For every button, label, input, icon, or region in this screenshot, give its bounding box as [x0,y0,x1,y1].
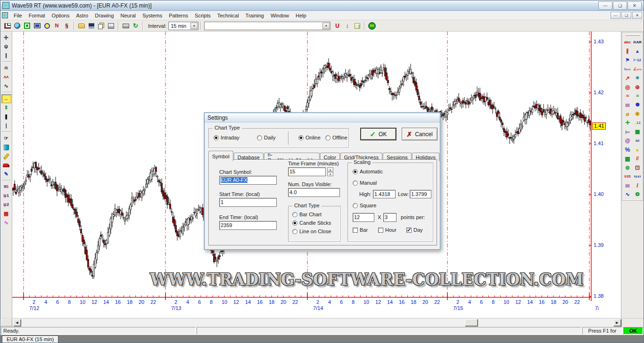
radio-manual[interactable]: Manual [353,180,377,186]
low-input[interactable]: 1.3799 [410,190,431,198]
concentric-circles-icon[interactable]: ◎ [623,82,633,91]
start-time-input[interactable]: 1 [219,198,277,207]
zigzag-red-tool-icon[interactable]: ≈ [623,91,633,100]
checkbox-bar[interactable]: Bar [353,227,368,233]
ellipse-arrow-tool-icon[interactable]: ⌀ [623,109,633,118]
radio-bar-chart[interactable]: Bar Chart [292,212,322,217]
vertical-lines-tool-icon[interactable]: |||| [623,100,633,109]
interval-select[interactable]: 15 min ▼ [168,22,198,30]
narrow-bars-icon[interactable]: ❘ [1,121,11,130]
menu-item-help[interactable]: Help [292,12,310,19]
radio-candle-sticks[interactable]: Candle Sticks [292,220,331,226]
chevron-down-icon[interactable]: ▼ [190,23,198,29]
magnet-icon[interactable]: U [332,21,342,31]
open-file-icon[interactable] [76,21,86,31]
candles-view-icon[interactable]: ΛΛ [1,73,11,82]
chart-area[interactable]: 2468101214161820227/12246810121416182022… [12,32,621,318]
high-input[interactable]: 1.4318 [373,190,396,198]
hand-tool-icon[interactable]: ψ [1,42,11,51]
menu-item-neural[interactable]: Neural [117,12,139,19]
close-button[interactable]: ✕ [627,1,642,10]
bar-count-tool-icon[interactable]: ⊢12 [633,56,643,65]
price-range-123-icon[interactable]: I₁₂₃ [623,65,633,74]
square-y-input[interactable]: 3 [383,213,396,222]
wave-2-tool-icon[interactable]: ψ2 [1,200,11,209]
parallel-slash-icon[interactable]: // [633,154,643,163]
crosshair-tool-icon[interactable]: ✛ [1,33,11,42]
bars-view-icon[interactable]: ılı [1,64,11,73]
radio-offline[interactable]: Offline [325,135,347,140]
spin-up-icon[interactable]: ▲ [327,167,333,172]
bar-12-tool-icon[interactable]: |₁₂ [623,127,633,136]
mdi-minimize-button[interactable]: — [611,12,620,19]
radio-intraday[interactable]: Intraday [214,135,239,140]
radio-square[interactable]: Square [353,203,376,208]
abc-text-tool-icon[interactable]: abc [623,38,633,47]
spiral-tool-icon[interactable]: @ [623,136,633,145]
ibeam-tool-icon[interactable]: ❙ [1,51,11,60]
ok-button[interactable]: ✓ OK [360,128,396,140]
mdi-restore-button[interactable]: ❏ [621,12,631,19]
chevron-down-icon[interactable]: ▼ [322,23,330,29]
toolbar-gripper[interactable] [626,34,640,36]
menu-item-file[interactable]: File [10,12,25,19]
document-tab-active[interactable]: EUR A0-FX (15 min) [2,335,58,343]
trend-arrow-tool-icon[interactable]: ↗ [623,74,633,82]
globe-tool-icon[interactable]: ❂ [633,190,643,199]
line-view-icon[interactable]: ∿ [1,82,11,90]
time-frame-input[interactable]: 15 [288,167,326,176]
range-session-icon[interactable]: ▦ [1,209,11,218]
menu-item-window[interactable]: Window [267,12,292,19]
menu-item-options[interactable]: Options [49,12,73,19]
menu-item-training[interactable]: Training [242,12,267,19]
grid-tool-icon[interactable]: ▦ [623,154,633,163]
zigzag-green-tool-icon[interactable]: ≈ [633,91,643,100]
cycle-circle-icon[interactable] [42,21,52,31]
zigzag-n-tool-icon[interactable]: ∿ [623,190,633,199]
horizontal-scrollbar[interactable]: ◀ ▶ [0,318,644,327]
globe-icon[interactable] [12,21,22,31]
new-chart-icon[interactable] [2,21,12,31]
ar-lines-tool-icon[interactable]: ≋AR [633,38,643,47]
thick-line-tool-icon[interactable]: / [633,181,643,190]
hatched-square-icon[interactable]: ▩ [633,127,643,136]
save-icon[interactable] [86,21,96,31]
square-x-input[interactable]: 12 [353,213,374,222]
updown-arrow-icon[interactable]: ↕ [342,21,352,31]
menu-item-drawing[interactable]: Drawing [91,12,117,19]
radio-line-on-close[interactable]: Line on Close [292,229,331,234]
copy-chart-icon[interactable] [96,21,106,31]
rounded-rect-tool-icon[interactable]: ⊚ [623,163,633,172]
scrollbar-thumb[interactable] [465,319,478,326]
segmented-circle-icon[interactable]: ✹ [633,109,643,118]
pointer-hand-icon[interactable]: ☞ [1,134,11,143]
print-preview-icon[interactable] [106,21,116,31]
trash-icon[interactable] [1,143,11,152]
crossed-lines-tool-icon[interactable]: ∦ [623,47,633,56]
expand-bars-icon[interactable]: ⇕ [1,103,11,112]
radio-daily[interactable]: Daily [257,135,275,140]
menu-item-patterns[interactable]: Patterns [165,12,191,19]
menu-item-format[interactable]: Format [25,12,49,19]
tab-symbol[interactable]: Symbol [208,151,233,161]
printer-icon[interactable] [121,21,131,31]
compress-bars-icon[interactable]: ↔ [1,94,11,103]
scroll-left-icon[interactable]: ◀ [13,319,21,326]
menu-item-astro[interactable]: Astro [73,12,92,19]
line-12-tool-icon[interactable]: _12 [633,118,643,127]
chart-symbol-input[interactable]: EUR A0-FX [219,176,277,185]
fan-rays-tool-icon[interactable]: ✢ [623,118,633,127]
nine-five-tool-icon[interactable]: 95 [1,182,11,191]
monitor-icon[interactable] [32,21,42,31]
numbers-035-icon[interactable]: 035 [623,172,633,181]
target-rect-tool-icon[interactable]: ⊡ [633,163,643,172]
menu-item-technical[interactable]: Technical [214,12,242,19]
end-time-input[interactable]: 2359 [219,221,277,230]
cancel-button[interactable]: ✗ Cancel [402,128,438,140]
up-arrow-tool-icon[interactable]: ▲ [633,47,643,56]
wheel-tool-icon[interactable]: ✺ [633,100,643,109]
wave-1-tool-icon[interactable]: ψ1 [1,191,11,200]
scripts-icon[interactable]: § [62,21,72,31]
purple-lines-tool-icon[interactable]: |||| [623,181,633,190]
percent-tool-icon[interactable]: % [623,145,633,154]
